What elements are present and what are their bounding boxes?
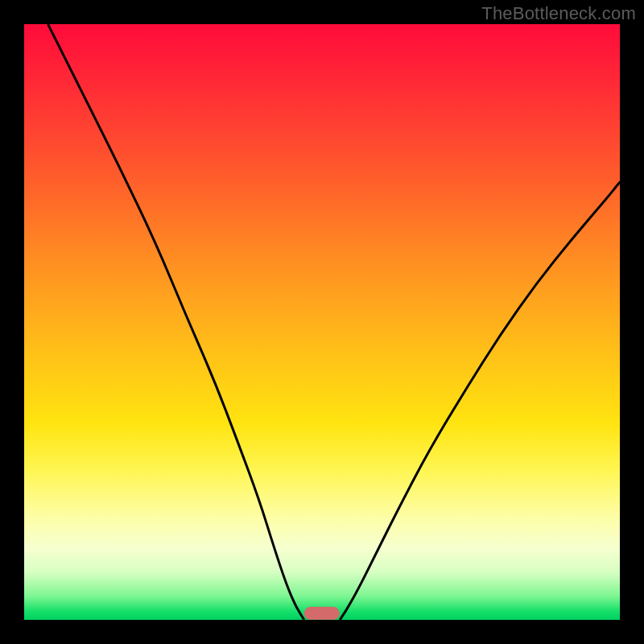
chart-frame: TheBottleneck.com <box>0 0 644 644</box>
optimal-marker <box>304 607 340 620</box>
plot-area <box>24 24 620 620</box>
watermark-text: TheBottleneck.com <box>481 3 636 24</box>
bottleneck-curves <box>24 24 620 620</box>
curve-left <box>48 24 304 620</box>
curve-right <box>340 182 620 620</box>
